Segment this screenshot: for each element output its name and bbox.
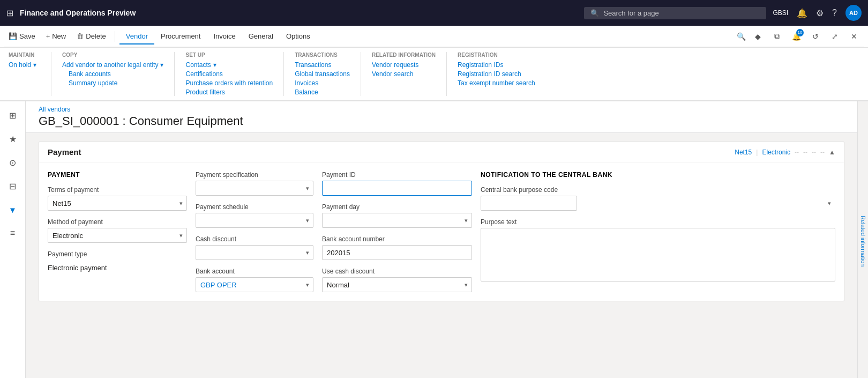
contacts-item[interactable]: Contacts ▾: [185, 61, 273, 69]
transactions-link[interactable]: Transactions: [295, 61, 350, 69]
collapse-button[interactable]: ▲: [829, 149, 835, 156]
purchase-orders-link[interactable]: Purchase orders with retention: [185, 79, 273, 87]
payment-schedule-select[interactable]: [196, 213, 313, 228]
ribbon-close-icon[interactable]: ✕: [847, 29, 862, 44]
product-filters-link[interactable]: Product filters: [185, 88, 273, 96]
avatar[interactable]: AD: [845, 5, 862, 21]
menu-icon[interactable]: ≡: [3, 224, 23, 243]
global-transactions-link[interactable]: Global transactions: [295, 70, 350, 78]
sidebar-icon-workspaces[interactable]: ⊟: [3, 176, 23, 196]
payment-tag-net15[interactable]: Net15: [735, 149, 752, 156]
tab-general[interactable]: General: [242, 29, 280, 45]
delete-button[interactable]: 🗑 Delete: [72, 30, 110, 42]
ribbon-diamond-icon[interactable]: ◆: [750, 29, 765, 44]
purpose-text-input[interactable]: [481, 228, 835, 281]
page-title: GB_SI_000001 : Consumer Equipment: [39, 114, 844, 128]
related-group-title: Related information: [372, 52, 436, 58]
purpose-text-group: Purpose text: [481, 218, 835, 281]
terms-of-payment-select[interactable]: Net15: [48, 196, 187, 211]
tab-options[interactable]: Options: [280, 29, 317, 45]
payment-id-input[interactable]: [322, 181, 472, 196]
filter-icon[interactable]: ▼: [3, 200, 23, 219]
registration-id-search-link[interactable]: Registration ID search: [458, 70, 535, 78]
maintain-group-title: Maintain: [9, 52, 40, 58]
payment-day-wrapper: [322, 213, 472, 228]
bank-accounts-link[interactable]: Bank accounts: [62, 70, 163, 78]
payment-tag-electronic[interactable]: Electronic: [762, 149, 790, 156]
payment-col-left: PAYMENT Terms of payment Net15 Method: [48, 171, 187, 275]
on-hold-item[interactable]: On hold ▾: [9, 61, 40, 69]
ribbon-expand-icon[interactable]: ⤢: [827, 29, 842, 44]
ribbon-toolbar: 💾 Save + New 🗑 Delete Vendor Procurement…: [4, 28, 864, 47]
ribbon-refresh-icon[interactable]: ↺: [808, 29, 823, 44]
grid-icon[interactable]: ⊞: [6, 8, 13, 18]
divider: [115, 31, 115, 42]
registration-ids-link[interactable]: Registration IDs: [458, 61, 535, 69]
related-info-label: Related information: [860, 216, 866, 266]
central-bank-code-select[interactable]: [481, 196, 577, 211]
add-vendor-link[interactable]: Add vendor to another legal entity: [62, 61, 158, 69]
add-vendor-chevron: ▾: [160, 61, 163, 69]
tab-procurement[interactable]: Procurement: [154, 29, 207, 45]
new-button[interactable]: + New: [42, 30, 71, 42]
tab-vendor[interactable]: Vendor: [119, 29, 154, 45]
payment-schedule-group: Payment schedule: [196, 203, 313, 228]
bank-account-wrapper: GBP OPER: [196, 277, 313, 292]
bank-account-select[interactable]: GBP OPER: [196, 277, 313, 292]
tab-invoice[interactable]: Invoice: [207, 29, 242, 45]
bank-account-label: Bank account: [196, 268, 313, 275]
payment-spec-group: Payment specification: [196, 171, 313, 196]
cash-discount-select[interactable]: [196, 245, 313, 260]
add-vendor-item[interactable]: Add vendor to another legal entity ▾: [62, 61, 163, 69]
method-of-payment-label: Method of payment: [48, 218, 187, 226]
payment-section-tags: Net15 | Electronic -- -- -- -- ▲: [735, 149, 835, 156]
vendor-search-link[interactable]: Vendor search: [372, 70, 436, 78]
settings-icon[interactable]: ⚙: [816, 8, 824, 18]
ribbon-panel-icon[interactable]: ⧉: [769, 29, 784, 44]
payment-group-header: PAYMENT: [48, 171, 187, 179]
cash-discount-group: Cash discount: [196, 235, 313, 260]
sidebar-icon-star[interactable]: ★: [3, 129, 23, 149]
search-ribbon-icon[interactable]: 🔍: [737, 32, 746, 41]
form-area: Payment Net15 | Electronic -- -- -- -- ▲: [26, 133, 857, 378]
method-of-payment-select[interactable]: Electronic: [48, 228, 187, 243]
ribbon-badge-icon[interactable]: 🔔 10: [789, 29, 804, 44]
certifications-link[interactable]: Certifications: [185, 70, 273, 78]
tag-sep-pipe: |: [756, 149, 758, 156]
top-bar-icons: GBSI 🔔 ⚙ ? AD: [773, 5, 862, 21]
help-icon[interactable]: ?: [832, 8, 837, 18]
new-icon: +: [46, 32, 50, 40]
delete-label: Delete: [86, 32, 106, 40]
summary-update-link[interactable]: Summary update: [62, 79, 163, 87]
use-cash-discount-group: Use cash discount Normal: [322, 268, 472, 292]
breadcrumb[interactable]: All vendors: [39, 106, 844, 113]
notification-icon[interactable]: 🔔: [797, 8, 807, 18]
transactions-group-title: Transactions: [295, 52, 350, 58]
ribbon-tabs: Vendor Procurement Invoice General Optio…: [119, 29, 317, 45]
payment-day-select[interactable]: [322, 213, 472, 228]
invoices-link[interactable]: Invoices: [295, 79, 350, 87]
purpose-text-label: Purpose text: [481, 218, 835, 226]
sidebar-icon-recent[interactable]: ⊙: [3, 153, 23, 172]
ribbon-group-transactions: Transactions Transactions Global transac…: [284, 52, 361, 96]
page-header: All vendors GB_SI_000001 : Consumer Equi…: [26, 101, 857, 133]
bank-account-number-input[interactable]: [322, 245, 472, 260]
payment-section-card: Payment Net15 | Electronic -- -- -- -- ▲: [39, 142, 844, 301]
save-button[interactable]: 💾 Save: [4, 30, 40, 42]
payment-section-title: Payment: [48, 147, 81, 157]
payment-id-label: Payment ID: [322, 171, 472, 179]
tax-exempt-search-link[interactable]: Tax exempt number search: [458, 79, 535, 87]
payment-spec-select[interactable]: [196, 181, 313, 196]
contacts-link[interactable]: Contacts: [185, 61, 211, 69]
on-hold-link[interactable]: On hold: [9, 61, 31, 69]
related-info-panel[interactable]: Related information: [857, 101, 868, 378]
use-cash-discount-wrapper: Normal: [322, 277, 472, 292]
sidebar-icon-home[interactable]: ⊞: [3, 106, 23, 125]
global-search[interactable]: 🔍 Search for a page: [584, 7, 766, 19]
use-cash-discount-select[interactable]: Normal: [322, 277, 472, 292]
tag-sep4: --: [820, 149, 825, 156]
balance-link[interactable]: Balance: [295, 88, 350, 96]
vendor-requests-link[interactable]: Vendor requests: [372, 61, 436, 69]
terms-of-payment-wrapper: Net15: [48, 196, 187, 211]
payment-spec-label: Payment specification: [196, 171, 313, 179]
